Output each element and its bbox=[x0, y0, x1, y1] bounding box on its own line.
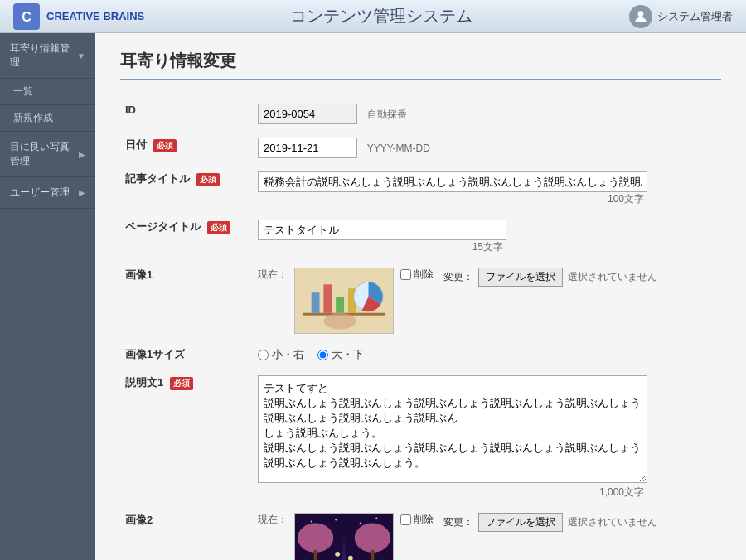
svg-point-22 bbox=[375, 518, 377, 519]
sidebar: 耳寄り情報管理 ▼ 一覧 新規作成 目に良い写真管理 ▶ ユーザー管理 ▶ bbox=[0, 33, 95, 560]
image1-no-file-text: 選択されていません bbox=[568, 270, 657, 284]
svg-point-19 bbox=[311, 521, 312, 523]
date-input[interactable] bbox=[258, 138, 357, 158]
form-row-date: 日付 必須 YYYY-MM-DD bbox=[120, 131, 721, 165]
image1-file-select-button[interactable]: ファイルを選択 bbox=[478, 268, 563, 287]
form-row-image1-size: 画像1サイズ 小・右 大・下 bbox=[120, 340, 721, 369]
id-input[interactable] bbox=[258, 104, 357, 124]
desc1-char-count: 1,000文字 bbox=[599, 486, 647, 498]
date-label: 日付 必須 bbox=[120, 131, 253, 165]
image1-size-small-right-label: 小・右 bbox=[272, 347, 304, 362]
image1-size-large-down-radio[interactable] bbox=[317, 350, 328, 360]
svg-rect-5 bbox=[312, 292, 320, 313]
svg-point-10 bbox=[323, 313, 356, 330]
page-title-label: ページタイトル 必須 bbox=[120, 213, 253, 261]
id-hint: 自動採番 bbox=[367, 109, 407, 120]
image1-label: 画像1 bbox=[120, 261, 253, 340]
article-title-input[interactable] bbox=[258, 171, 647, 192]
image2-label: 画像2 bbox=[120, 506, 253, 560]
image2-delete-checkbox[interactable] bbox=[400, 514, 411, 525]
svg-text:C: C bbox=[22, 10, 31, 24]
svg-point-2 bbox=[638, 11, 644, 17]
page-title: 耳寄り情報変更 bbox=[120, 50, 721, 80]
desc1-label: 説明文1 必須 bbox=[120, 369, 253, 506]
chevron-right-icon: ▶ bbox=[79, 150, 85, 159]
image1-cell: 現在： bbox=[253, 261, 721, 340]
svg-point-21 bbox=[360, 522, 361, 524]
form-row-image2: 画像2 現在： bbox=[120, 506, 721, 560]
form-row-image1: 画像1 現在： bbox=[120, 261, 721, 340]
main-content: 耳寄り情報変更 ID 自動採番 日付 必須 YYYY-MM-DD bbox=[95, 33, 746, 560]
user-avatar-icon bbox=[629, 5, 652, 28]
image2-delete-label: 削除 bbox=[414, 513, 434, 527]
form-row-desc1: 説明文1 必須 テストてすと 説明ぶんしょう説明ぶんしょう説明ぶんしょう説明ぶん… bbox=[120, 369, 721, 506]
image1-size-small-right-radio[interactable] bbox=[258, 350, 269, 360]
logo-area: C creative BRAINS bbox=[13, 3, 196, 30]
date-required-badge: 必須 bbox=[153, 139, 177, 152]
svg-rect-6 bbox=[323, 284, 332, 312]
image1-change-area: 変更： ファイルを選択 選択されていません bbox=[443, 268, 657, 287]
image2-delete-area: 削除 bbox=[400, 513, 434, 527]
image1-size-small-right[interactable]: 小・右 bbox=[258, 347, 304, 362]
page-title-input[interactable] bbox=[258, 220, 506, 240]
sidebar-section-photo-label: 目に良い写真管理 bbox=[10, 140, 79, 168]
article-title-label: 記事タイトル 必須 bbox=[120, 165, 253, 213]
logo-text: creative BRAINS bbox=[46, 10, 144, 22]
image1-size-radio-group: 小・右 大・下 bbox=[258, 347, 716, 362]
svg-rect-13 bbox=[314, 550, 317, 560]
image1-delete-area: 削除 bbox=[400, 268, 434, 282]
desc1-required-badge: 必須 bbox=[170, 377, 193, 390]
image1-size-cell: 小・右 大・下 bbox=[253, 340, 721, 369]
id-label: ID bbox=[120, 97, 253, 131]
article-title-required-badge: 必須 bbox=[196, 173, 220, 186]
image1-size-large-down[interactable]: 大・下 bbox=[317, 347, 364, 362]
form-row-page-title: ページタイトル 必須 15文字 bbox=[120, 213, 721, 261]
form-table: ID 自動採番 日付 必須 YYYY-MM-DD bbox=[120, 97, 721, 560]
logo-icon: C bbox=[13, 3, 40, 30]
sidebar-section-mimi[interactable]: 耳寄り情報管理 ▼ bbox=[0, 33, 95, 79]
page-title-char-count: 15文字 bbox=[472, 241, 506, 253]
image2-change-label: 変更： bbox=[443, 515, 473, 529]
article-title-cell: 100文字 bbox=[253, 165, 721, 213]
desc1-cell: テストてすと 説明ぶんしょう説明ぶんしょう説明ぶんしょう説明ぶんしょう説明ぶんし… bbox=[253, 369, 721, 506]
page-title-required-badge: 必須 bbox=[207, 221, 230, 234]
user-area: システム管理者 bbox=[567, 5, 733, 28]
image1-thumbnail bbox=[294, 268, 394, 334]
image1-size-large-down-label: 大・下 bbox=[332, 347, 364, 362]
image2-no-file-text: 選択されていません bbox=[568, 515, 657, 529]
image1-current-label: 現在： bbox=[258, 268, 288, 282]
chevron-down-icon: ▼ bbox=[77, 51, 85, 60]
sidebar-section-user-label: ユーザー管理 bbox=[10, 186, 70, 200]
id-value-cell: 自動採番 bbox=[253, 97, 721, 131]
image2-thumbnail bbox=[294, 513, 394, 560]
chevron-right-icon-2: ▶ bbox=[79, 188, 85, 197]
sidebar-section-user[interactable]: ユーザー管理 ▶ bbox=[0, 177, 95, 209]
svg-rect-15 bbox=[371, 550, 374, 560]
svg-rect-7 bbox=[336, 297, 344, 313]
date-value-cell: YYYY-MM-DD bbox=[253, 131, 721, 165]
image1-delete-label: 削除 bbox=[414, 268, 434, 282]
desc1-textarea[interactable]: テストてすと 説明ぶんしょう説明ぶんしょう説明ぶんしょう説明ぶんしょう説明ぶんし… bbox=[258, 375, 647, 483]
image2-file-select-button[interactable]: ファイルを選択 bbox=[478, 513, 563, 532]
image1-delete-checkbox[interactable] bbox=[400, 269, 411, 280]
sidebar-item-list[interactable]: 一覧 bbox=[0, 79, 95, 105]
sidebar-section-photo[interactable]: 目に良い写真管理 ▶ bbox=[0, 132, 95, 177]
header: C creative BRAINS コンテンツ管理システム システム管理者 bbox=[0, 0, 746, 33]
svg-point-12 bbox=[298, 523, 333, 552]
sidebar-section-mimi-label: 耳寄り情報管理 bbox=[10, 41, 77, 70]
date-format-hint: YYYY-MM-DD bbox=[367, 142, 430, 154]
article-title-char-count: 100文字 bbox=[608, 193, 647, 205]
image2-change-area: 変更： ファイルを選択 選択されていません bbox=[443, 513, 657, 532]
image2-current-label: 現在： bbox=[258, 513, 288, 527]
svg-point-16 bbox=[335, 552, 340, 557]
svg-point-14 bbox=[355, 523, 390, 552]
page-title-cell: 15文字 bbox=[253, 213, 721, 261]
layout: 耳寄り情報管理 ▼ 一覧 新規作成 目に良い写真管理 ▶ ユーザー管理 ▶ 耳寄… bbox=[0, 33, 746, 560]
form-row-article-title: 記事タイトル 必須 100文字 bbox=[120, 165, 721, 213]
user-name: システム管理者 bbox=[657, 9, 733, 24]
image2-cell: 現在： bbox=[253, 506, 721, 560]
site-title: コンテンツ管理システム bbox=[196, 5, 567, 27]
sidebar-item-new[interactable]: 新規作成 bbox=[0, 105, 95, 132]
svg-point-20 bbox=[335, 519, 337, 521]
form-row-id: ID 自動採番 bbox=[120, 97, 721, 131]
